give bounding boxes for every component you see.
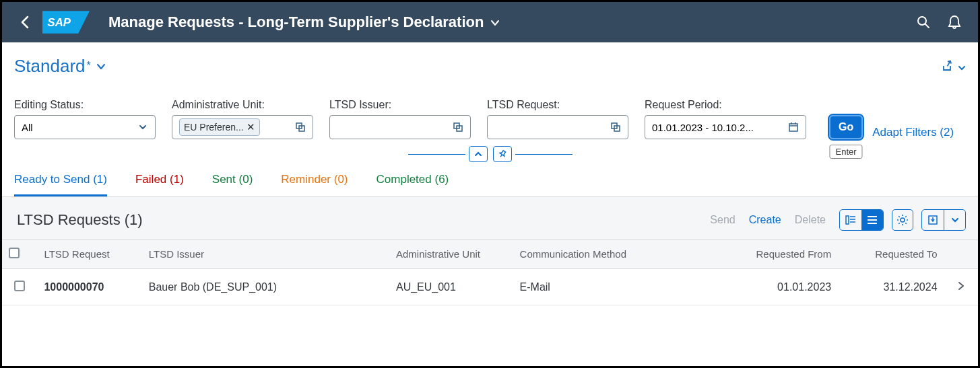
token-remove-icon[interactable]: ✕ [247, 121, 255, 133]
table-section: LTSD Requests (1) Send Create Delete [2, 197, 978, 305]
go-button[interactable]: Go [829, 115, 863, 139]
sap-logo: SAP [42, 11, 90, 34]
col-ltsd-request[interactable]: LTSD Request [37, 240, 141, 269]
filter-label: LTSD Request: [487, 99, 628, 111]
notifications-icon[interactable] [943, 11, 966, 34]
filter-label: Administrative Unit: [172, 99, 313, 111]
cell-requested-from: 01.01.2023 [718, 269, 838, 305]
col-ltsd-issuer[interactable]: LTSD Issuer [142, 240, 389, 269]
filter-bar: Editing Status: Administrative Unit: EU … [2, 80, 978, 139]
status-tab-bar: Ready to Send (1) Failed (1) Sent (0) Re… [2, 162, 978, 197]
cell-ltsd-request: 1000000070 [37, 269, 141, 305]
cell-ltsd-issuer-link[interactable]: Bauer Bob (DE_SUP_001) [142, 269, 389, 305]
delete-button[interactable]: Delete [788, 210, 832, 230]
editing-status-select[interactable] [14, 115, 156, 139]
cell-requested-to: 31.12.2024 [838, 269, 944, 305]
svg-line-29 [905, 216, 907, 217]
token-text: EU Preferen... [184, 122, 244, 133]
requests-table: LTSD Request LTSD Issuer Administrative … [2, 239, 978, 305]
table-toolbar: LTSD Requests (1) Send Create Delete [2, 197, 978, 239]
svg-point-2 [918, 17, 926, 25]
ltsd-issuer-input[interactable] [329, 115, 471, 139]
tab-label: Reminder [281, 173, 331, 186]
tab-completed[interactable]: Completed (6) [377, 173, 449, 196]
svg-line-27 [905, 223, 907, 224]
col-requested-to[interactable]: Requested To [838, 240, 944, 269]
view-toggle-group [839, 209, 884, 231]
ltsd-request-value[interactable] [494, 116, 608, 139]
filter-request-period: Request Period: [645, 99, 806, 139]
svg-text:SAP: SAP [48, 16, 71, 29]
tab-count: (6) [434, 173, 449, 186]
send-button[interactable]: Send [703, 210, 742, 230]
ltsd-request-input[interactable] [487, 115, 628, 139]
tab-label: Completed [377, 173, 432, 186]
table-settings-button[interactable] [892, 209, 913, 231]
value-help-icon[interactable] [450, 122, 466, 132]
row-navigate-icon[interactable] [958, 280, 965, 293]
variant-header: Standard * [2, 42, 978, 80]
filter-label: LTSD Issuer: [329, 99, 471, 111]
svg-rect-14 [846, 216, 849, 224]
cell-admin-unit: AU_EU_001 [389, 269, 513, 305]
tab-count: (1) [170, 173, 184, 186]
select-all-checkbox[interactable] [9, 248, 20, 258]
shell-header: SAP Manage Requests - Long-Term Supplier… [2, 2, 978, 42]
view-compact-button[interactable] [861, 210, 883, 230]
filter-admin-unit: Administrative Unit: EU Preferen... ✕ [172, 99, 313, 139]
tab-sent[interactable]: Sent (0) [212, 173, 253, 196]
pin-header-button[interactable] [493, 146, 512, 162]
calendar-icon[interactable] [785, 122, 802, 132]
table-row[interactable]: 1000000070 Bauer Bob (DE_SUP_001) AU_EU_… [2, 269, 978, 305]
adapt-filters-link[interactable]: Adapt Filters (2) [872, 126, 954, 139]
col-requested-from[interactable]: Requested From [718, 240, 838, 269]
collapse-header-button[interactable] [469, 146, 488, 162]
tab-reminder[interactable]: Reminder (0) [281, 173, 348, 196]
admin-unit-input[interactable]: EU Preferen... ✕ [172, 115, 313, 139]
filter-editing-status: Editing Status: [14, 99, 156, 139]
export-button[interactable] [922, 210, 944, 230]
export-button-group [921, 209, 966, 231]
share-button[interactable] [942, 59, 966, 74]
table-title: LTSD Requests (1) [17, 211, 143, 229]
filter-ltsd-request: LTSD Request: [487, 99, 628, 139]
variant-name: Standard [14, 56, 86, 77]
svg-line-3 [925, 24, 929, 28]
tab-count: (0) [334, 173, 348, 186]
filter-ltsd-issuer: LTSD Issuer: [329, 99, 471, 139]
row-select-checkbox[interactable] [14, 281, 25, 291]
tab-ready-to-send[interactable]: Ready to Send (1) [14, 173, 107, 196]
ltsd-issuer-value[interactable] [337, 116, 450, 139]
value-help-icon[interactable] [608, 122, 624, 132]
editing-status-value[interactable] [22, 116, 135, 139]
search-icon[interactable] [912, 11, 935, 34]
chevron-down-icon [96, 59, 106, 73]
app-title-dropdown[interactable]: Manage Requests - Long-Term Supplier's D… [108, 13, 500, 31]
tab-label: Sent [212, 173, 236, 186]
tab-failed[interactable]: Failed (1) [135, 173, 184, 196]
value-help-icon[interactable] [292, 122, 308, 132]
cell-comm-method: E-Mail [513, 269, 718, 305]
export-menu-button[interactable] [944, 210, 965, 230]
view-detailed-button[interactable] [840, 210, 861, 230]
request-period-input[interactable] [645, 115, 806, 139]
admin-unit-token[interactable]: EU Preferen... ✕ [179, 118, 260, 136]
col-comm-method[interactable]: Communication Method [513, 240, 718, 269]
tab-count: (1) [93, 173, 107, 186]
filter-label: Request Period: [645, 99, 806, 111]
chevron-down-icon [490, 15, 500, 30]
tab-count: (0) [239, 173, 253, 186]
chevron-down-icon[interactable] [135, 124, 151, 130]
app-title-text: Manage Requests - Long-Term Supplier's D… [108, 13, 484, 31]
chevron-down-icon [958, 59, 966, 74]
filter-label: Editing Status: [14, 99, 156, 111]
svg-rect-10 [789, 124, 797, 131]
tab-label: Ready to Send [14, 173, 90, 186]
svg-point-21 [901, 218, 905, 222]
table-header-row: LTSD Request LTSD Issuer Administrative … [2, 240, 978, 269]
back-button[interactable] [14, 11, 36, 33]
request-period-value[interactable] [652, 116, 785, 139]
create-button[interactable]: Create [742, 210, 788, 230]
variant-selector[interactable]: Standard * [14, 56, 106, 77]
col-admin-unit[interactable]: Administrative Unit [389, 240, 513, 269]
